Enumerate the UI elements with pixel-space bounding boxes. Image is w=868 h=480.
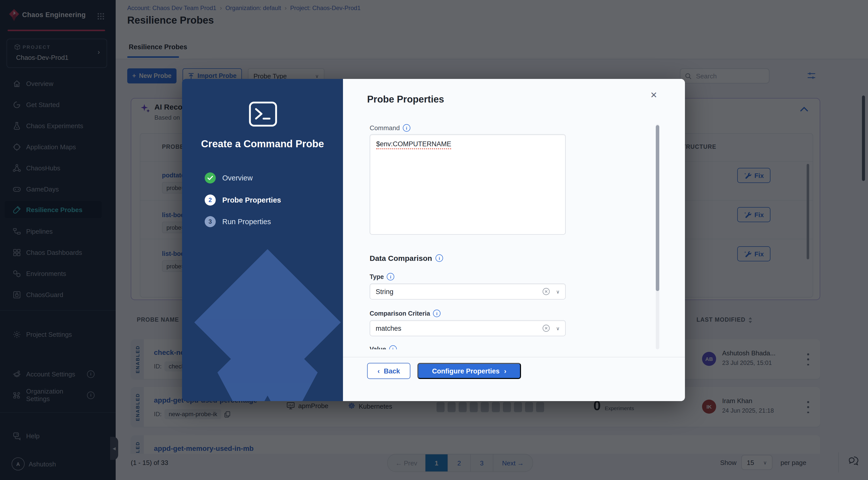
data-comparison-heading: Data Comparisoni xyxy=(370,254,443,262)
clear-icon[interactable] xyxy=(542,324,550,332)
command-value: $env:COMPUTERNAME xyxy=(376,140,451,149)
step-probe-properties[interactable]: 2 Probe Properties xyxy=(205,194,281,205)
type-value: String xyxy=(376,288,394,295)
step-label: Run Properties xyxy=(222,218,271,226)
type-label: Typei xyxy=(370,273,395,281)
back-chevron-icon: ‹ xyxy=(377,367,380,375)
modal-footer-divider xyxy=(343,357,685,357)
comparison-criteria-select[interactable]: matches ∨ xyxy=(370,320,566,336)
step-run-properties[interactable]: 3 Run Properties xyxy=(205,216,271,227)
type-select[interactable]: String ∨ xyxy=(370,284,566,299)
info-icon: i xyxy=(387,273,395,281)
command-label: Commandi xyxy=(370,124,410,132)
close-icon[interactable]: ✕ xyxy=(648,89,660,101)
back-label: Back xyxy=(384,367,400,375)
comparison-criteria-label: Comparison Criteriai xyxy=(370,310,440,317)
criteria-value: matches xyxy=(376,324,401,332)
clear-icon[interactable] xyxy=(542,288,550,295)
step-label: Probe Properties xyxy=(222,196,281,204)
chevron-down-icon: ∨ xyxy=(556,289,560,294)
configure-properties-button[interactable]: Configure Properties › xyxy=(417,363,521,379)
chevron-down-icon: ∨ xyxy=(556,325,560,331)
command-textarea[interactable]: $env:COMPUTERNAME xyxy=(370,134,566,235)
app-window: Chaos Engineering PROJECT Chaos-Dev-Prod… xyxy=(0,0,868,480)
step-label: Overview xyxy=(222,174,253,182)
back-button[interactable]: ‹ Back xyxy=(367,363,410,379)
step-number: 2 xyxy=(205,194,216,205)
modal-scrollbar-thumb[interactable] xyxy=(656,125,659,291)
modal-form-panel: ✕ Probe Properties Commandi $env:COMPUTE… xyxy=(343,79,685,401)
step-overview[interactable]: Overview xyxy=(205,172,253,184)
info-icon: i xyxy=(435,254,443,262)
info-icon: i xyxy=(389,345,397,349)
step-number: 3 xyxy=(205,216,216,227)
wizard-title: Create a Command Probe xyxy=(182,138,343,150)
step-check-icon xyxy=(205,172,216,184)
terminal-icon xyxy=(248,101,278,127)
wizard-panel: Create a Command Probe Overview 2 Probe … xyxy=(182,79,343,401)
configure-label: Configure Properties xyxy=(432,367,500,375)
create-command-probe-modal: Create a Command Probe Overview 2 Probe … xyxy=(182,79,685,401)
modal-heading: Probe Properties xyxy=(367,94,444,105)
info-icon: i xyxy=(433,310,440,317)
watermark-logo xyxy=(182,245,343,401)
info-icon: i xyxy=(403,124,410,132)
value-label: Valuei xyxy=(370,345,397,349)
modal-form-content: Commandi $env:COMPUTERNAME Data Comparis… xyxy=(343,118,685,349)
forward-chevron-icon: › xyxy=(504,367,506,375)
